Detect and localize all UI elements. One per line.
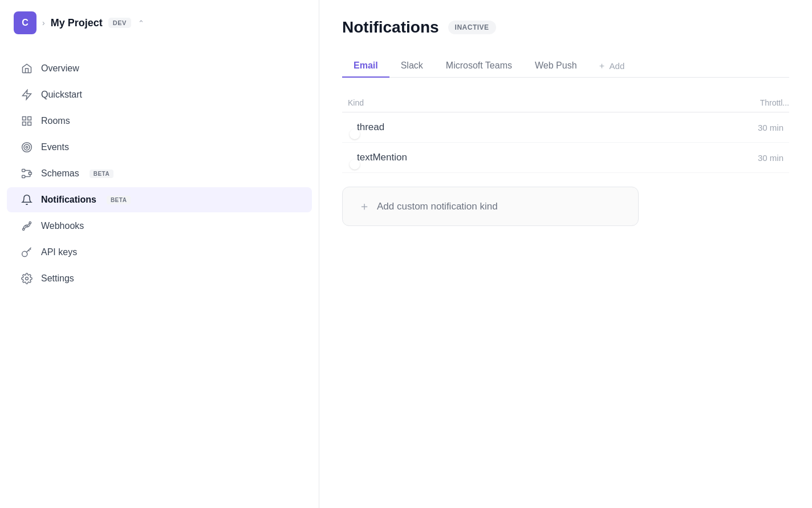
svg-point-19 [26, 277, 29, 280]
breadcrumb-chevron: › [42, 18, 45, 27]
project-name: My Project [51, 17, 103, 29]
page-header: Notifications INACTIVE [342, 18, 789, 37]
svg-point-16 [29, 222, 31, 224]
svg-rect-9 [22, 175, 25, 178]
sidebar-item-api-keys[interactable]: API keys [7, 240, 312, 265]
svg-rect-8 [22, 170, 25, 172]
add-custom-label: Add custom notification kind [377, 201, 498, 212]
sidebar-item-label: API keys [41, 247, 77, 257]
target-icon [21, 141, 33, 154]
sidebar-item-label: Events [41, 142, 69, 152]
row-throttle-thread: 30 min [715, 123, 783, 132]
svg-rect-4 [28, 122, 31, 126]
bolt-icon [21, 88, 33, 101]
sidebar-item-label: Rooms [41, 116, 70, 126]
table-row: thread 30 min [342, 112, 789, 143]
sidebar-item-quickstart[interactable]: Quickstart [7, 82, 312, 107]
env-badge[interactable]: DEV [108, 18, 131, 28]
row-throttle-textmention: 30 min [715, 153, 783, 163]
sidebar-item-rooms[interactable]: Rooms [7, 108, 312, 134]
tab-microsoft-teams[interactable]: Microsoft Teams [435, 55, 523, 78]
schemas-beta-badge: BETA [90, 170, 113, 178]
sidebar-item-webhooks[interactable]: Webhooks [7, 213, 312, 239]
sidebar-item-label: Overview [41, 63, 79, 74]
sidebar-nav: Overview Quickstart Rooms [0, 46, 319, 508]
row-kind-thread: thread [357, 122, 715, 133]
row-kind-textmention: textMention [357, 152, 715, 163]
tab-web-push[interactable]: Web Push [523, 55, 588, 78]
bell-icon [21, 193, 33, 206]
table-header: Kind Throttl... [342, 94, 789, 112]
gear-icon [21, 272, 33, 285]
svg-point-15 [23, 228, 25, 230]
tab-slack[interactable]: Slack [389, 55, 435, 78]
sidebar-item-notifications[interactable]: Notifications BETA [7, 187, 312, 212]
sidebar-item-schemas[interactable]: Schemas BETA [7, 161, 312, 186]
svg-rect-1 [23, 117, 26, 120]
sidebar-item-events[interactable]: Events [7, 135, 312, 160]
sidebar: C › My Project DEV ⌃ Overview Quickstart [0, 0, 319, 508]
col-kind-header: Kind [342, 98, 721, 107]
tab-email[interactable]: Email [342, 55, 389, 78]
env-chevron-icon: ⌃ [138, 19, 144, 27]
home-icon [21, 62, 33, 75]
add-tab-label: Add [610, 61, 625, 71]
svg-point-5 [22, 143, 32, 152]
svg-point-18 [22, 251, 27, 256]
sidebar-item-label: Schemas [41, 168, 79, 179]
webhooks-icon [21, 220, 33, 232]
plus-icon: ＋ [359, 199, 370, 214]
add-custom-notification-button[interactable]: ＋ Add custom notification kind [342, 187, 639, 226]
schemas-icon [21, 167, 33, 180]
grid-icon [21, 115, 33, 127]
tabs: Email Slack Microsoft Teams Web Push ＋ A… [342, 55, 789, 78]
svg-point-7 [26, 146, 27, 148]
sidebar-item-label: Notifications [41, 195, 96, 205]
svg-marker-0 [23, 90, 31, 100]
main-content: Notifications INACTIVE Email Slack Micro… [319, 0, 812, 508]
tab-add[interactable]: ＋ Add [588, 55, 634, 77]
avatar[interactable]: C [14, 11, 36, 34]
sidebar-item-label: Webhooks [41, 221, 84, 231]
col-throttle-header: Throttl... [721, 98, 789, 107]
svg-rect-3 [23, 122, 26, 126]
status-badge: INACTIVE [448, 21, 496, 34]
notifications-beta-badge: BETA [107, 196, 131, 204]
sidebar-item-settings[interactable]: Settings [7, 266, 312, 291]
sidebar-item-label: Settings [41, 273, 74, 284]
page-title: Notifications [342, 18, 439, 37]
key-icon [21, 246, 33, 259]
svg-point-6 [24, 144, 30, 150]
sidebar-header: C › My Project DEV ⌃ [0, 0, 319, 46]
sidebar-item-overview[interactable]: Overview [7, 56, 312, 81]
table-row: textMention 30 min [342, 143, 789, 173]
svg-rect-2 [28, 117, 31, 120]
sidebar-item-label: Quickstart [41, 90, 82, 100]
plus-icon: ＋ [598, 61, 606, 71]
